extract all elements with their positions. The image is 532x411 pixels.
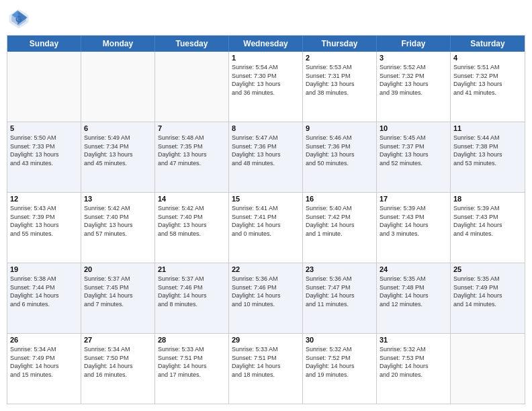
day-cell-empty-0-1 (81, 52, 155, 122)
day-cell-14: 14Sunrise: 5:42 AM Sunset: 7:40 PM Dayli… (155, 193, 229, 263)
day-number: 12 (10, 195, 78, 203)
day-info: Sunrise: 5:32 AM Sunset: 7:52 PM Dayligh… (306, 345, 373, 379)
day-header-wednesday: Wednesday (229, 36, 303, 52)
day-info: Sunrise: 5:40 AM Sunset: 7:42 PM Dayligh… (306, 204, 373, 238)
day-number: 6 (84, 124, 152, 132)
day-header-friday: Friday (377, 36, 451, 52)
day-number: 1 (232, 54, 300, 62)
day-number: 23 (306, 265, 373, 273)
day-header-tuesday: Tuesday (155, 36, 229, 52)
day-cell-8: 8Sunrise: 5:47 AM Sunset: 7:36 PM Daylig… (229, 122, 303, 192)
header: G (7, 7, 525, 31)
day-number: 2 (306, 54, 373, 62)
day-cell-4: 4Sunrise: 5:51 AM Sunset: 7:32 PM Daylig… (451, 52, 525, 122)
day-info: Sunrise: 5:52 AM Sunset: 7:32 PM Dayligh… (380, 63, 447, 97)
day-info: Sunrise: 5:34 AM Sunset: 7:50 PM Dayligh… (84, 345, 152, 379)
logo: G (7, 7, 34, 31)
week-row-3: 12Sunrise: 5:43 AM Sunset: 7:39 PM Dayli… (7, 192, 525, 263)
week-row-4: 19Sunrise: 5:38 AM Sunset: 7:44 PM Dayli… (7, 263, 525, 333)
day-info: Sunrise: 5:37 AM Sunset: 7:45 PM Dayligh… (84, 275, 152, 308)
day-cell-5: 5Sunrise: 5:50 AM Sunset: 7:33 PM Daylig… (7, 122, 81, 192)
day-cell-27: 27Sunrise: 5:34 AM Sunset: 7:50 PM Dayli… (81, 334, 155, 404)
day-number: 9 (306, 124, 373, 132)
day-number: 11 (453, 124, 522, 132)
day-cell-30: 30Sunrise: 5:32 AM Sunset: 7:52 PM Dayli… (303, 334, 377, 404)
day-info: Sunrise: 5:49 AM Sunset: 7:34 PM Dayligh… (84, 134, 152, 167)
day-number: 16 (306, 195, 373, 203)
day-header-monday: Monday (81, 36, 155, 52)
day-info: Sunrise: 5:46 AM Sunset: 7:36 PM Dayligh… (306, 134, 373, 167)
day-number: 3 (380, 54, 447, 62)
day-info: Sunrise: 5:42 AM Sunset: 7:40 PM Dayligh… (84, 204, 152, 238)
day-cell-3: 3Sunrise: 5:52 AM Sunset: 7:32 PM Daylig… (377, 52, 451, 122)
day-header-sunday: Sunday (7, 36, 81, 52)
day-info: Sunrise: 5:41 AM Sunset: 7:41 PM Dayligh… (232, 204, 300, 238)
day-number: 29 (232, 336, 300, 344)
day-cell-empty-0-0 (7, 52, 81, 122)
day-number: 21 (158, 265, 226, 273)
day-number: 10 (380, 124, 447, 132)
day-info: Sunrise: 5:35 AM Sunset: 7:48 PM Dayligh… (380, 275, 447, 308)
day-info: Sunrise: 5:38 AM Sunset: 7:44 PM Dayligh… (10, 275, 78, 308)
week-row-2: 5Sunrise: 5:50 AM Sunset: 7:33 PM Daylig… (7, 122, 525, 192)
calendar-body: 1Sunrise: 5:54 AM Sunset: 7:30 PM Daylig… (7, 52, 525, 404)
day-number: 25 (453, 265, 522, 273)
day-number: 20 (84, 265, 152, 273)
day-cell-11: 11Sunrise: 5:44 AM Sunset: 7:38 PM Dayli… (451, 122, 525, 192)
day-number: 19 (10, 265, 78, 273)
day-cell-26: 26Sunrise: 5:34 AM Sunset: 7:49 PM Dayli… (7, 334, 81, 404)
day-info: Sunrise: 5:51 AM Sunset: 7:32 PM Dayligh… (453, 63, 522, 97)
day-cell-25: 25Sunrise: 5:35 AM Sunset: 7:49 PM Dayli… (451, 263, 525, 333)
week-row-1: 1Sunrise: 5:54 AM Sunset: 7:30 PM Daylig… (7, 52, 525, 122)
day-info: Sunrise: 5:37 AM Sunset: 7:46 PM Dayligh… (158, 275, 226, 308)
day-number: 22 (232, 265, 300, 273)
day-cell-31: 31Sunrise: 5:32 AM Sunset: 7:53 PM Dayli… (377, 334, 451, 404)
day-number: 28 (158, 336, 226, 344)
day-info: Sunrise: 5:53 AM Sunset: 7:31 PM Dayligh… (306, 63, 373, 97)
day-number: 13 (84, 195, 152, 203)
day-header-thursday: Thursday (303, 36, 377, 52)
day-cell-29: 29Sunrise: 5:33 AM Sunset: 7:51 PM Dayli… (229, 334, 303, 404)
day-cell-17: 17Sunrise: 5:39 AM Sunset: 7:43 PM Dayli… (377, 193, 451, 263)
day-cell-7: 7Sunrise: 5:48 AM Sunset: 7:35 PM Daylig… (155, 122, 229, 192)
day-number: 24 (380, 265, 447, 273)
day-header-saturday: Saturday (451, 36, 525, 52)
day-info: Sunrise: 5:33 AM Sunset: 7:51 PM Dayligh… (232, 345, 300, 379)
day-info: Sunrise: 5:42 AM Sunset: 7:40 PM Dayligh… (158, 204, 226, 238)
day-number: 7 (158, 124, 226, 132)
day-cell-10: 10Sunrise: 5:45 AM Sunset: 7:37 PM Dayli… (377, 122, 451, 192)
day-info: Sunrise: 5:50 AM Sunset: 7:33 PM Dayligh… (10, 134, 78, 167)
day-cell-19: 19Sunrise: 5:38 AM Sunset: 7:44 PM Dayli… (7, 263, 81, 333)
day-info: Sunrise: 5:39 AM Sunset: 7:43 PM Dayligh… (453, 204, 522, 238)
day-cell-28: 28Sunrise: 5:33 AM Sunset: 7:51 PM Dayli… (155, 334, 229, 404)
day-cell-2: 2Sunrise: 5:53 AM Sunset: 7:31 PM Daylig… (303, 52, 377, 122)
page: G SundayMondayTuesdayWednesdayThursdayFr… (0, 0, 532, 411)
day-info: Sunrise: 5:44 AM Sunset: 7:38 PM Dayligh… (453, 134, 522, 167)
day-cell-15: 15Sunrise: 5:41 AM Sunset: 7:41 PM Dayli… (229, 193, 303, 263)
day-cell-6: 6Sunrise: 5:49 AM Sunset: 7:34 PM Daylig… (81, 122, 155, 192)
day-cell-1: 1Sunrise: 5:54 AM Sunset: 7:30 PM Daylig… (229, 52, 303, 122)
day-info: Sunrise: 5:48 AM Sunset: 7:35 PM Dayligh… (158, 134, 226, 167)
logo-icon: G (7, 7, 31, 31)
day-number: 17 (380, 195, 447, 203)
day-info: Sunrise: 5:43 AM Sunset: 7:39 PM Dayligh… (10, 204, 78, 238)
day-number: 14 (158, 195, 226, 203)
day-cell-18: 18Sunrise: 5:39 AM Sunset: 7:43 PM Dayli… (451, 193, 525, 263)
day-info: Sunrise: 5:32 AM Sunset: 7:53 PM Dayligh… (380, 345, 447, 379)
day-headers: SundayMondayTuesdayWednesdayThursdayFrid… (7, 36, 525, 52)
day-info: Sunrise: 5:54 AM Sunset: 7:30 PM Dayligh… (232, 63, 300, 97)
day-number: 4 (453, 54, 522, 62)
day-number: 31 (380, 336, 447, 344)
day-number: 27 (84, 336, 152, 344)
day-number: 26 (10, 336, 78, 344)
day-info: Sunrise: 5:35 AM Sunset: 7:49 PM Dayligh… (453, 275, 522, 308)
day-cell-13: 13Sunrise: 5:42 AM Sunset: 7:40 PM Dayli… (81, 193, 155, 263)
day-info: Sunrise: 5:36 AM Sunset: 7:46 PM Dayligh… (232, 275, 300, 308)
day-cell-20: 20Sunrise: 5:37 AM Sunset: 7:45 PM Dayli… (81, 263, 155, 333)
day-cell-21: 21Sunrise: 5:37 AM Sunset: 7:46 PM Dayli… (155, 263, 229, 333)
day-number: 18 (453, 195, 522, 203)
day-cell-12: 12Sunrise: 5:43 AM Sunset: 7:39 PM Dayli… (7, 193, 81, 263)
day-cell-24: 24Sunrise: 5:35 AM Sunset: 7:48 PM Dayli… (377, 263, 451, 333)
day-number: 5 (10, 124, 78, 132)
day-cell-16: 16Sunrise: 5:40 AM Sunset: 7:42 PM Dayli… (303, 193, 377, 263)
